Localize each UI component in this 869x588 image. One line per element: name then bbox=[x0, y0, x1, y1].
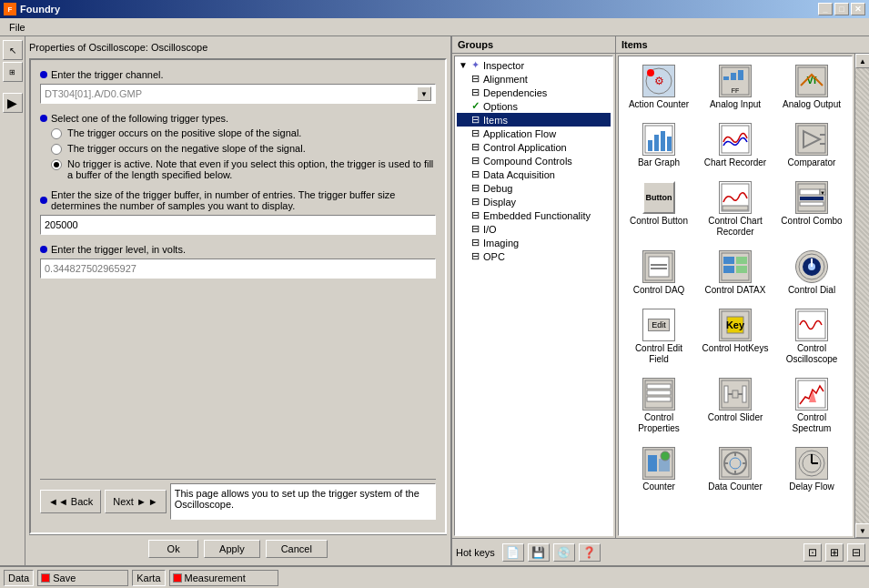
tree-item-items[interactable]: ⊟ Items bbox=[457, 113, 611, 127]
control-slider-label: Control Slider bbox=[708, 412, 763, 423]
scroll-down-button[interactable]: ▼ bbox=[855, 523, 869, 538]
scroll-track[interactable] bbox=[855, 68, 869, 523]
hotkey-btn-2[interactable]: 💾 bbox=[528, 543, 550, 562]
close-button[interactable]: ✕ bbox=[851, 3, 865, 15]
status-data-segment: Data bbox=[4, 570, 34, 586]
minimize-button[interactable]: _ bbox=[818, 3, 833, 15]
radio-no-trigger[interactable]: No trigger is active. Note that even if … bbox=[51, 158, 436, 180]
tree-item-control-app[interactable]: ⊟ Control Application bbox=[457, 140, 611, 154]
delay-flow-label: Delay Flow bbox=[789, 482, 834, 492]
tree-item-inspector[interactable]: ▼ ✦ Inspector bbox=[457, 58, 611, 72]
item-chart-recorder[interactable]: Chart Recorder bbox=[699, 118, 772, 173]
back-button[interactable]: ◄ ◄ Back bbox=[40, 490, 101, 513]
svg-rect-27 bbox=[800, 202, 824, 206]
tree-item-app-flow[interactable]: ⊟ Application Flow bbox=[457, 127, 611, 140]
hotkey-btn-4[interactable]: ❓ bbox=[579, 543, 601, 562]
maximize-button[interactable]: □ bbox=[834, 3, 849, 15]
status-save-label: Save bbox=[53, 573, 76, 583]
radio-circle-positive[interactable] bbox=[51, 128, 62, 139]
tree-item-embedded[interactable]: ⊟ Embedded Functionality bbox=[457, 208, 611, 222]
radio-circle-no-trigger[interactable] bbox=[51, 159, 62, 170]
item-control-hotkeys[interactable]: Key Control HotKeys bbox=[699, 304, 772, 370]
tree-item-io[interactable]: ⊟ I/O bbox=[457, 222, 611, 236]
status-save-segment: Save bbox=[37, 570, 128, 586]
radio-negative[interactable]: The trigger occurs on the negative slope… bbox=[51, 143, 436, 155]
item-control-properties[interactable]: Control Properties bbox=[622, 373, 695, 439]
item-control-slider[interactable]: Control Slider bbox=[699, 373, 772, 439]
apply-button[interactable]: Apply bbox=[204, 540, 260, 558]
tree-item-alignment[interactable]: ⊟ Alignment bbox=[457, 72, 611, 86]
svg-rect-35 bbox=[736, 257, 747, 264]
item-control-spectrum[interactable]: Control Spectrum bbox=[775, 373, 848, 439]
item-data-counter[interactable]: Data Counter bbox=[699, 442, 772, 497]
item-control-dial[interactable]: Control Dial bbox=[775, 246, 848, 300]
trigger-channel-dropdown[interactable]: DT304[01].A/D0.GMP ▼ bbox=[40, 84, 436, 104]
tree-item-opc[interactable]: ⊟ OPC bbox=[457, 249, 611, 263]
item-control-chart-recorder[interactable]: Control Chart Recorder bbox=[699, 177, 772, 242]
hotkey-btn-1[interactable]: 📄 bbox=[502, 543, 524, 562]
item-analog-output[interactable]: Vf Analog Output bbox=[775, 60, 848, 115]
item-counter[interactable]: Counter bbox=[622, 442, 695, 497]
io-icon: ⊟ bbox=[471, 223, 480, 235]
item-analog-input[interactable]: FF Analog Input bbox=[699, 60, 772, 115]
item-control-daq[interactable]: Control DAQ bbox=[622, 246, 695, 300]
status-karta-segment: Karta bbox=[132, 570, 165, 586]
item-control-combo[interactable]: ▼ Control Combo bbox=[775, 177, 848, 242]
radio-circle-negative[interactable] bbox=[51, 144, 62, 155]
tree-item-compound[interactable]: ⊟ Compound Controls bbox=[457, 154, 611, 167]
trigger-level-label: Enter the trigger level, in volts. bbox=[40, 244, 436, 255]
toolbar-pointer[interactable]: ↖ bbox=[3, 40, 23, 60]
tree-item-data-acq[interactable]: ⊟ Data Acquisition bbox=[457, 167, 611, 181]
item-control-oscilloscope[interactable]: Control Oscilloscope bbox=[775, 304, 848, 370]
tree-item-options[interactable]: ✓ Options bbox=[457, 99, 611, 113]
scroll-up-button[interactable]: ▲ bbox=[855, 54, 869, 68]
view-btn-2[interactable]: ⊞ bbox=[825, 543, 844, 562]
nav-info: This page allows you to set up the trigg… bbox=[170, 483, 436, 520]
menu-bar: File bbox=[0, 18, 869, 36]
radio-positive[interactable]: The trigger occurs on the positive slope… bbox=[51, 127, 436, 139]
item-action-counter[interactable]: ⚙ Action Counter bbox=[622, 60, 695, 115]
toolbar-tool2[interactable]: ⊞ bbox=[3, 62, 23, 82]
comparator-label: Comparator bbox=[788, 157, 836, 168]
bar-graph-label: Bar Graph bbox=[638, 157, 680, 168]
opc-icon: ⊟ bbox=[471, 250, 480, 262]
window-controls: _ □ ✕ bbox=[818, 3, 865, 15]
ok-button[interactable]: Ok bbox=[148, 540, 198, 558]
next-button[interactable]: Next ► ► bbox=[105, 490, 166, 513]
svg-rect-5 bbox=[731, 73, 736, 80]
svg-rect-31 bbox=[651, 268, 667, 269]
embedded-icon: ⊟ bbox=[471, 209, 480, 221]
groups-tree[interactable]: ▼ ✦ Inspector ⊟ Alignment ⊟ Dependencies… bbox=[454, 56, 613, 536]
comparator-icon bbox=[795, 123, 828, 156]
buffer-size-input[interactable] bbox=[40, 215, 436, 235]
item-control-datax[interactable]: Control DATAX bbox=[699, 246, 772, 300]
control-edit-field-icon: Edit bbox=[642, 309, 675, 341]
view-btn-3[interactable]: ⊟ bbox=[847, 543, 865, 562]
control-daq-label: Control DAQ bbox=[633, 285, 685, 296]
view-btn-1[interactable]: ⊡ bbox=[803, 543, 822, 562]
item-control-button[interactable]: Button Control Button bbox=[622, 177, 695, 242]
svg-rect-46 bbox=[647, 384, 671, 389]
tree-item-display[interactable]: ⊟ Display bbox=[457, 195, 611, 208]
control-properties-label: Control Properties bbox=[625, 412, 692, 434]
dropdown-arrow-icon[interactable]: ▼ bbox=[417, 86, 431, 101]
tree-item-imaging[interactable]: ⊟ Imaging bbox=[457, 236, 611, 249]
hotkey-btn-3[interactable]: 💿 bbox=[553, 543, 575, 562]
trigger-type-label: Select one of the following trigger type… bbox=[40, 113, 436, 124]
toolbar-tool3[interactable]: ▶ bbox=[3, 93, 23, 113]
svg-rect-13 bbox=[661, 131, 665, 151]
tree-item-dependencies[interactable]: ⊟ Dependencies bbox=[457, 86, 611, 99]
items-scrollbar[interactable]: ▲ ▼ bbox=[854, 54, 869, 538]
tree-item-debug[interactable]: ⊟ Debug bbox=[457, 181, 611, 195]
item-bar-graph[interactable]: Bar Graph bbox=[622, 118, 695, 173]
trigger-level-input[interactable] bbox=[40, 259, 436, 279]
item-control-edit-field[interactable]: Edit Control Edit Field bbox=[622, 304, 695, 370]
svg-rect-50 bbox=[724, 386, 728, 402]
bottom-buttons: Ok Apply Cancel bbox=[29, 534, 447, 562]
item-delay-flow[interactable]: Delay Flow bbox=[775, 442, 848, 497]
cancel-button[interactable]: Cancel bbox=[266, 540, 328, 558]
back-arrow-icon: ◄ bbox=[48, 496, 58, 507]
menu-file[interactable]: File bbox=[4, 20, 31, 35]
item-comparator[interactable]: Comparator bbox=[775, 118, 848, 173]
dialog-area: Properties of Oscilloscope: Oscilloscope… bbox=[25, 36, 450, 565]
